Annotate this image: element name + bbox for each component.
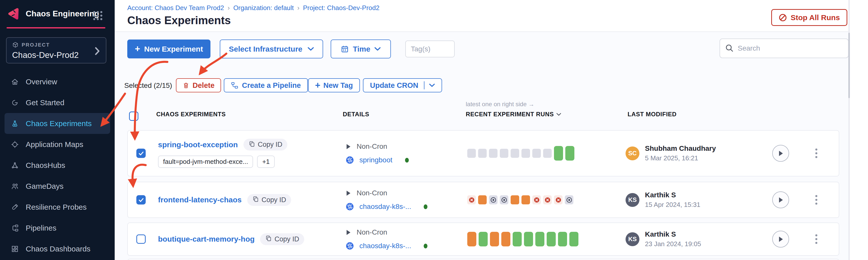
- sidebar-item-resilience-probes[interactable]: Resilience Probes: [4, 196, 110, 218]
- infrastructure-link[interactable]: springboot: [360, 156, 393, 164]
- run-status-failed[interactable]: [467, 195, 476, 205]
- sidebar-item-overview[interactable]: Overview: [4, 71, 110, 92]
- project-name: Chaos-Dev-Prod2: [12, 50, 100, 60]
- run-status-running[interactable]: [510, 195, 519, 205]
- schedule-line: Non-Cron: [346, 143, 409, 150]
- run-status-success[interactable]: [554, 146, 563, 160]
- new-experiment-button[interactable]: New Experiment: [127, 39, 211, 59]
- delete-button[interactable]: Delete: [176, 78, 221, 92]
- row-menu-button[interactable]: [811, 193, 822, 207]
- search-icon: [724, 43, 734, 53]
- create-pipeline-button[interactable]: Create a Pipeline: [224, 78, 308, 92]
- column-header-runs[interactable]: RECENT EXPERIMENT RUNS: [466, 111, 561, 118]
- run-status-failed[interactable]: [543, 195, 552, 205]
- row-menu-button[interactable]: [811, 232, 822, 246]
- schedule-label: Non-Cron: [356, 189, 387, 197]
- details-cell: Non-Cronchaosday-k8s-...: [346, 182, 428, 218]
- sidebar-item-gamedays[interactable]: GameDays: [4, 176, 110, 196]
- run-status-failed[interactable]: [532, 195, 541, 205]
- last-modified-cell: KSKarthik S23 Jan 2024, 19:05: [625, 223, 701, 255]
- sidebar-item-pipelines[interactable]: Pipelines: [4, 218, 110, 238]
- copy-id-button[interactable]: Copy ID: [247, 194, 291, 206]
- experiment-name-link[interactable]: frontend-latency-chaos: [158, 195, 242, 204]
- page-title: Chaos Experiments: [127, 14, 231, 27]
- run-status-stopped[interactable]: [489, 195, 497, 205]
- run-status-stopped[interactable]: [500, 195, 508, 205]
- copy-id-button[interactable]: Copy ID: [260, 233, 304, 245]
- run-status-failed[interactable]: [554, 195, 562, 205]
- breadcrumb-link[interactable]: Account: Chaos Dev Team Prod2: [127, 4, 224, 12]
- copy-id-button[interactable]: Copy ID: [244, 139, 287, 150]
- module-switcher-grid-icon[interactable]: [93, 11, 102, 20]
- stop-all-runs-button[interactable]: Stop All Runs: [771, 9, 847, 26]
- infrastructure-link[interactable]: chaosday-k8s-...: [360, 202, 411, 211]
- copy-icon: [265, 235, 272, 244]
- sidebar-item-get-started[interactable]: Get Started: [4, 92, 110, 113]
- sidebar-item-chaos-experiments[interactable]: Chaos Experiments: [4, 113, 110, 134]
- run-status-success[interactable]: [524, 232, 533, 247]
- column-header-experiments[interactable]: CHAOS EXPERIMENTS: [156, 111, 226, 118]
- run-status-stopped[interactable]: [565, 195, 574, 205]
- breadcrumb-link[interactable]: Project: Chaos-Dev-Prod2: [303, 4, 379, 12]
- sidebar-item-label: Get Started: [26, 99, 64, 107]
- run-status-none[interactable]: [522, 149, 530, 158]
- target-icon: [10, 140, 19, 149]
- run-status-success[interactable]: [558, 232, 567, 247]
- column-header-last-modified[interactable]: LAST MODIFIED: [627, 111, 677, 118]
- run-status-none[interactable]: [500, 149, 508, 158]
- project-label: PROJECT: [22, 42, 50, 48]
- chevron-down-icon: [429, 83, 435, 87]
- tag-overflow-chip[interactable]: +1: [257, 155, 275, 168]
- run-status-running[interactable]: [467, 232, 476, 247]
- tags-filter-input[interactable]: [405, 40, 455, 58]
- run-status-success[interactable]: [565, 146, 575, 160]
- row-menu-button[interactable]: [811, 147, 822, 160]
- run-status-none[interactable]: [489, 149, 497, 158]
- run-status-running[interactable]: [490, 232, 499, 247]
- search-input[interactable]: [719, 38, 848, 58]
- project-selector[interactable]: PROJECT Chaos-Dev-Prod2: [6, 37, 106, 64]
- run-status-success[interactable]: [535, 232, 545, 247]
- run-status-success[interactable]: [513, 232, 522, 247]
- recent-runs-cell: [467, 131, 575, 176]
- row-checkbox[interactable]: [136, 195, 146, 205]
- run-status-success[interactable]: [547, 232, 556, 247]
- select-infrastructure-dropdown[interactable]: Select Infrastructure: [220, 39, 323, 59]
- sidebar-header: Chaos Engineering: [6, 7, 99, 20]
- run-status-none[interactable]: [543, 149, 552, 158]
- sidebar-item-application-maps[interactable]: Application Maps: [4, 134, 110, 155]
- module-title: Chaos Engineering: [26, 9, 99, 18]
- breadcrumb-separator-icon: [227, 4, 230, 12]
- run-experiment-button[interactable]: [772, 145, 789, 162]
- run-status-running[interactable]: [478, 195, 487, 205]
- run-experiment-button[interactable]: [772, 231, 789, 248]
- sidebar-item-label: GameDays: [26, 182, 63, 190]
- column-header-details[interactable]: DETAILS: [343, 111, 369, 118]
- tag-chip[interactable]: fault=pod-jvm-method-exce...: [158, 155, 253, 168]
- run-experiment-button[interactable]: [772, 191, 789, 209]
- run-status-running[interactable]: [501, 232, 510, 247]
- sidebar-item-chaos-dashboards[interactable]: Chaos Dashboards: [4, 238, 110, 259]
- row-checkbox[interactable]: [136, 149, 146, 158]
- run-status-none[interactable]: [467, 149, 476, 158]
- breadcrumb-link[interactable]: Organization: default: [234, 4, 294, 12]
- run-status-success[interactable]: [478, 232, 488, 247]
- run-status-none[interactable]: [510, 149, 519, 158]
- pipeline-icon: [10, 224, 19, 232]
- infrastructure-link[interactable]: chaosday-k8s-...: [360, 242, 411, 250]
- experiment-name-link[interactable]: spring-boot-exception: [158, 141, 238, 149]
- sidebar-item-label: ChaosHubs: [26, 161, 65, 170]
- calendar-icon: [341, 45, 349, 53]
- run-status-success[interactable]: [569, 232, 579, 247]
- update-cron-button[interactable]: Update CRON: [363, 78, 442, 92]
- cube-icon: [12, 41, 19, 48]
- run-status-none[interactable]: [532, 149, 541, 158]
- time-filter-dropdown[interactable]: Time: [331, 39, 391, 59]
- sidebar-item-chaoshubs[interactable]: ChaosHubs: [4, 155, 110, 176]
- run-status-none[interactable]: [478, 149, 487, 158]
- select-all-checkbox[interactable]: [129, 111, 138, 121]
- row-checkbox[interactable]: [136, 234, 146, 244]
- new-tag-button[interactable]: New Tag: [308, 78, 360, 92]
- experiment-name-link[interactable]: boutique-cart-memory-hog: [158, 235, 254, 244]
- run-status-running[interactable]: [522, 195, 530, 205]
